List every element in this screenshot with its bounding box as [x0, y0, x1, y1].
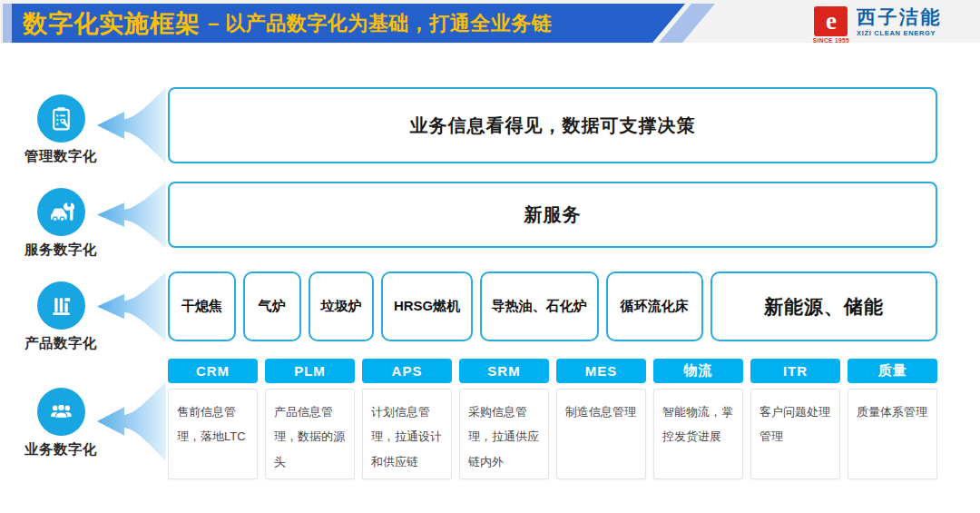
system-desc-row: 售前信息管理，落地LTC 产品信息管理，数据的源头 计划信息管理，拉通设计和供应… [168, 389, 937, 479]
system-header-logistics: 物流 [653, 359, 743, 383]
system-header-mes: MES [556, 359, 646, 383]
slide: 数字化实施框架 – 以产品数字化为基础，打通全业务链 e SINCE 1955 … [0, 0, 980, 513]
product-box-new-energy: 新能源、储能 [710, 271, 937, 341]
header-left-accent [3, 4, 12, 43]
service-box: 新服务 [168, 182, 937, 248]
people-group-icon [37, 388, 85, 436]
company-logo: e SINCE 1955 西子洁能 XIZI CLEAN ENERGY [813, 6, 942, 44]
system-header-plm: PLM [265, 359, 355, 383]
clipboard-wrench-icon [37, 94, 85, 143]
system-desc-logistics: 智能物流，掌控发货进展 [653, 389, 743, 479]
nav-label-product: 产品数字化 [24, 334, 97, 353]
system-desc-itr: 客户问题处理管理 [750, 389, 840, 479]
arrow-left-icon [95, 87, 166, 163]
nav-label-business: 业务数字化 [24, 440, 97, 459]
logo-name-en: XIZI CLEAN ENERGY [857, 29, 942, 37]
system-header-srm: SRM [459, 359, 549, 383]
system-desc-quality: 质量体系管理 [848, 389, 937, 479]
system-desc-mes: 制造信息管理 [556, 389, 646, 479]
system-header-crm: CRM [168, 359, 258, 383]
product-box: 垃圾炉 [309, 271, 375, 341]
product-box: HRSG燃机 [381, 271, 472, 341]
logo-text: 西子洁能 XIZI CLEAN ENERGY [857, 6, 942, 37]
system-desc-aps: 计划信息管理，拉通设计和供应链 [362, 389, 452, 479]
management-text: 业务信息看得见，数据可支撑决策 [410, 113, 696, 138]
product-columns-icon [37, 281, 85, 330]
system-header-itr: ITR [750, 359, 840, 383]
logo-since-text: SINCE 1955 [813, 37, 849, 44]
service-text: 新服务 [524, 202, 582, 227]
product-row: 干熄焦 气炉 垃圾炉 HRSG燃机 导热油、石化炉 循环流化床 新能源、储能 [168, 271, 937, 341]
system-desc-srm: 采购信息管理，拉通供应链内外 [459, 389, 549, 479]
arrow-left-icon [95, 182, 166, 248]
system-header-row: CRM PLM APS SRM MES 物流 ITR 质量 [168, 359, 937, 383]
nav-label-service: 服务数字化 [24, 241, 97, 260]
product-box: 气炉 [243, 271, 301, 341]
logo-mark-wrap: e SINCE 1955 [813, 6, 849, 44]
title-bar: 数字化实施框架 – 以产品数字化为基础，打通全业务链 [12, 4, 685, 43]
logo-name-cn: 西子洁能 [857, 6, 942, 27]
management-box: 业务信息看得见，数据可支撑决策 [168, 87, 937, 163]
page-subtitle: – 以产品数字化为基础，打通全业务链 [208, 10, 552, 37]
system-desc-crm: 售前信息管理，落地LTC [168, 389, 258, 479]
product-box: 循环流化床 [606, 271, 703, 341]
page-title: 数字化实施框架 [23, 7, 201, 40]
product-box: 导热油、石化炉 [480, 271, 599, 341]
system-desc-plm: 产品信息管理，数据的源头 [265, 389, 355, 479]
car-service-icon [37, 188, 85, 236]
system-header-quality: 质量 [848, 359, 937, 383]
nav-label-management: 管理数字化 [24, 147, 97, 166]
system-header-aps: APS [362, 359, 452, 383]
arrow-left-icon [95, 271, 166, 341]
product-box: 干熄焦 [168, 271, 236, 341]
logo-e-icon: e [814, 6, 848, 36]
arrow-left-icon [95, 381, 166, 461]
